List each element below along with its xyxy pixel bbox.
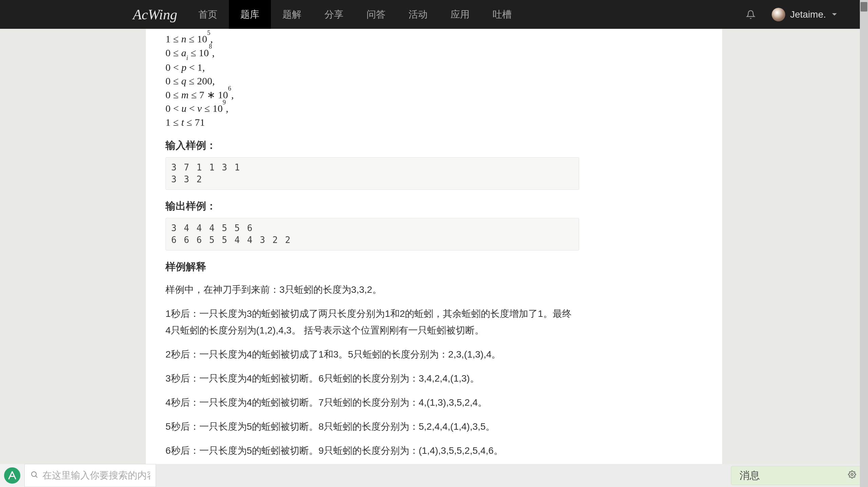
nav-item-6[interactable]: 应用: [439, 0, 481, 29]
output-sample: 3 4 4 4 5 5 6 6 6 6 5 5 4 4 3 2 2: [165, 218, 579, 250]
explanation-paragraph: 样例中，在神刀手到来前：3只蚯蚓的长度为3,3,2。: [165, 281, 572, 298]
constraint-line: 0 ≤ q ≤ 200,: [165, 74, 703, 88]
svg-point-1: [851, 473, 853, 475]
input-sample: 3 7 1 1 3 1 3 3 2: [165, 157, 579, 190]
search-box[interactable]: [24, 464, 156, 487]
constraint-line: 0 ≤ m ≤ 7 ∗ 106,: [165, 88, 703, 102]
output-sample-heading: 输出样例：: [165, 199, 703, 213]
messages-pill[interactable]: 消息: [731, 466, 865, 485]
nav-item-4[interactable]: 问答: [355, 0, 397, 29]
messages-label: 消息: [739, 469, 760, 483]
explanation-heading: 样例解释: [165, 260, 703, 274]
nav-item-0[interactable]: 首页: [187, 0, 229, 29]
username: Jetaime.: [790, 9, 826, 20]
content-card: 1 ≤ n ≤ 105,0 ≤ ai ≤ 108,0 < p < 1,0 ≤ q…: [146, 29, 722, 464]
explanation-paragraph: 6秒后：一只长度为5的蚯蚓被切断。9只蚯蚓的长度分别为：(1,4),3,5,5,…: [165, 442, 572, 459]
nav-item-7[interactable]: 吐槽: [481, 0, 523, 29]
nav-item-2[interactable]: 题解: [271, 0, 313, 29]
constraint-line: 0 ≤ ai ≤ 108,: [165, 46, 703, 61]
explanation-paragraph: 3秒后：一只长度为4的蚯蚓被切断。6只蚯蚓的长度分别为：3,4,2,4,(1,3…: [165, 370, 572, 387]
input-sample-heading: 输入样例：: [165, 139, 703, 153]
chevron-down-icon: [832, 13, 837, 16]
search-input[interactable]: [42, 470, 150, 481]
constraint-line: 1 ≤ n ≤ 105,: [165, 32, 703, 46]
explanation-paragraph: 4秒后：一只长度为4的蚯蚓被切断。7只蚯蚓的长度分别为：4,(1,3),3,5,…: [165, 394, 572, 411]
navbar: AcWing 首页题库题解分享问答活动应用吐槽 Jetaime.: [0, 0, 868, 29]
explanation-block: 样例中，在神刀手到来前：3只蚯蚓的长度为3,3,2。1秒后：一只长度为3的蚯蚓被…: [165, 281, 703, 464]
explanation-paragraph: 1秒后：一只长度为3的蚯蚓被切成了两只长度分别为1和2的蚯蚓，其余蚯蚓的长度增加…: [165, 305, 572, 339]
search-icon: [30, 470, 38, 481]
bell-icon[interactable]: [736, 10, 765, 19]
constraints-block: 1 ≤ n ≤ 105,0 ≤ ai ≤ 108,0 < p < 1,0 ≤ q…: [165, 32, 703, 129]
nav-item-1[interactable]: 题库: [229, 0, 271, 29]
nav-item-3[interactable]: 分享: [313, 0, 355, 29]
constraint-line: 0 < u < v ≤ 109,: [165, 102, 703, 116]
user-menu[interactable]: Jetaime.: [765, 8, 864, 21]
constraint-line: 1 ≤ t ≤ 71: [165, 116, 703, 129]
viewport: 1 ≤ n ≤ 105,0 ≤ ai ≤ 108,0 < p < 1,0 ≤ q…: [0, 29, 868, 464]
nav-item-5[interactable]: 活动: [397, 0, 439, 29]
vertical-scrollbar[interactable]: [860, 0, 868, 487]
svg-point-0: [32, 472, 36, 476]
avatar: [772, 8, 785, 21]
brand-logo[interactable]: AcWing: [4, 6, 187, 23]
nav-items: 首页题库题解分享问答活动应用吐槽: [187, 0, 523, 29]
scrollbar-thumb[interactable]: [861, 2, 867, 12]
explanation-paragraph: 5秒后：一只长度为5的蚯蚓被切断。8只蚯蚓的长度分别为：5,2,4,4,(1,4…: [165, 418, 572, 435]
app-badge[interactable]: [0, 464, 24, 487]
explanation-paragraph: 2秒后：一只长度为4的蚯蚓被切成了1和3。5只蚯蚓的长度分别为：2,3,(1,3…: [165, 346, 572, 363]
constraint-line: 0 < p < 1,: [165, 61, 703, 75]
bottom-bar: 消息: [0, 464, 868, 487]
gear-icon[interactable]: [848, 470, 856, 481]
